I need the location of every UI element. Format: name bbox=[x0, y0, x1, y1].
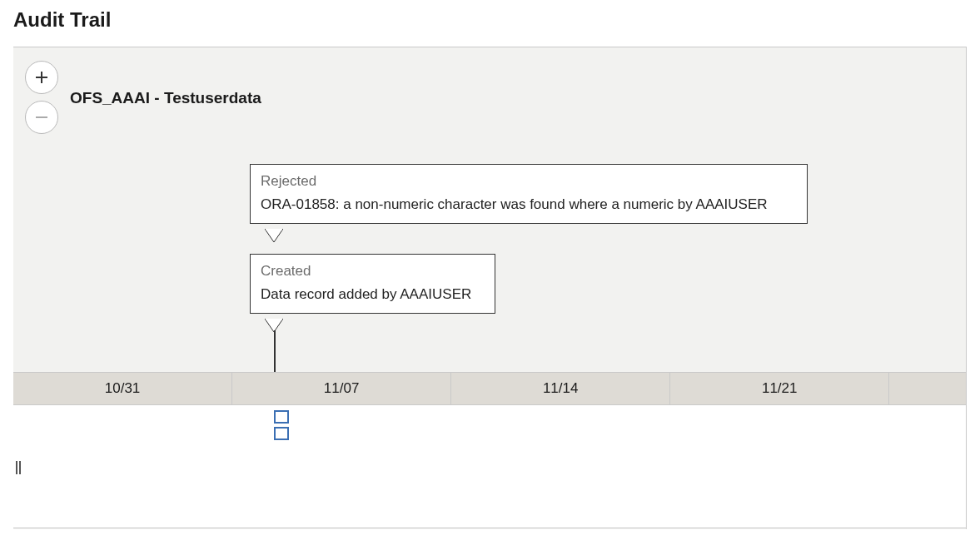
event-message: Data record added by AAAIUSER bbox=[261, 286, 485, 303]
panel-header: OFS_AAAI - Testuserdata bbox=[13, 47, 966, 141]
event-status: Created bbox=[261, 263, 485, 280]
event-callouts: Rejected ORA-01858: a non-numeric charac… bbox=[13, 164, 966, 372]
record-title: OFS_AAAI - Testuserdata bbox=[70, 87, 261, 107]
event-message: ORA-01858: a non-numeric character was f… bbox=[261, 196, 797, 213]
axis-tick: 11/14 bbox=[451, 373, 670, 404]
zoom-in-button[interactable] bbox=[25, 61, 58, 94]
timeline-axis[interactable]: 10/31 11/07 11/14 11/21 bbox=[13, 372, 966, 405]
axis-tick: 11/21 bbox=[670, 373, 889, 404]
event-callout-rejected[interactable]: Rejected ORA-01858: a non-numeric charac… bbox=[250, 164, 808, 224]
audit-panel: OFS_AAAI - Testuserdata Rejected ORA-018… bbox=[13, 47, 967, 529]
event-status: Rejected bbox=[261, 173, 797, 190]
minus-icon bbox=[35, 111, 48, 124]
range-slider-handle[interactable] bbox=[15, 459, 22, 476]
axis-tick: 11/07 bbox=[232, 373, 451, 404]
page-title: Audit Trail bbox=[13, 8, 967, 32]
event-drop-line bbox=[274, 330, 276, 372]
timeline: 10/31 11/07 11/14 11/21 bbox=[13, 372, 966, 528]
overview-event-marker[interactable] bbox=[274, 410, 289, 424]
zoom-out-button[interactable] bbox=[25, 101, 58, 134]
overview-track[interactable] bbox=[13, 405, 966, 528]
plus-icon bbox=[35, 71, 48, 84]
callout-pointer-icon bbox=[265, 229, 283, 247]
event-callout-created[interactable]: Created Data record added by AAAIUSER bbox=[250, 254, 495, 314]
overview-event-marker[interactable] bbox=[274, 427, 289, 440]
axis-tick: 10/31 bbox=[13, 373, 232, 404]
axis-tick-empty bbox=[889, 373, 966, 404]
